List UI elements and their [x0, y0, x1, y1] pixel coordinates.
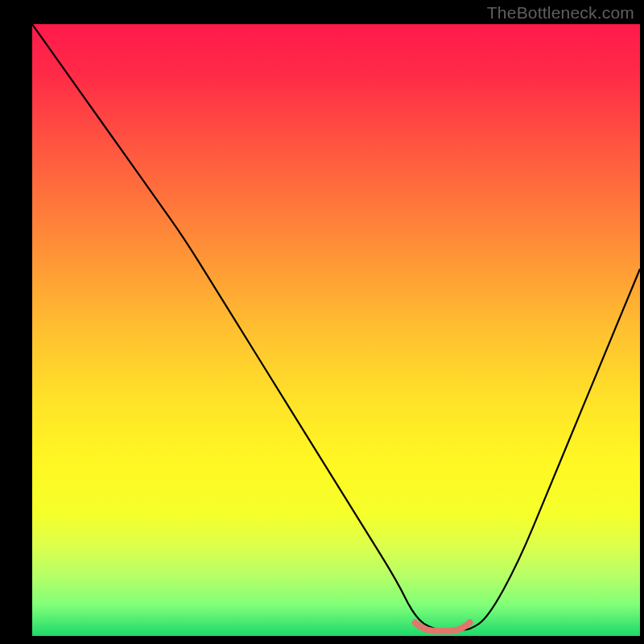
plot-area: [32, 24, 640, 636]
chart-frame: TheBottleneck.com: [0, 0, 644, 644]
bottleneck-curve: [32, 24, 640, 630]
watermark-text: TheBottleneck.com: [487, 3, 634, 23]
curve-layer: [32, 24, 640, 636]
